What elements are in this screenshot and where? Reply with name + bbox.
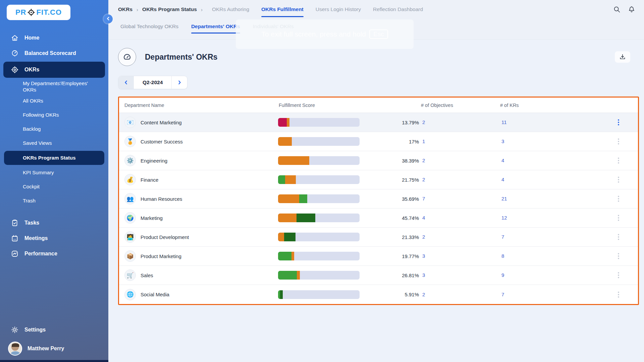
departments-okrs-table: Department Name Fulfillment Score # of O…: [118, 97, 639, 305]
sidebar-item-label: Performance: [24, 251, 57, 257]
table-header-row: Department Name Fulfillment Score # of O…: [119, 98, 638, 113]
table-row[interactable]: 🌍 Marketing 45.74% 4 12: [119, 208, 638, 228]
subtab-global-technology-okrs[interactable]: Global Technology OKRs: [120, 23, 178, 34]
fulfillment-score-value: 35.69%: [361, 196, 420, 202]
objectives-count-link[interactable]: 2: [422, 234, 425, 240]
objectives-count-link[interactable]: 4: [422, 215, 425, 221]
objectives-count-link[interactable]: 1: [422, 138, 425, 144]
subitem-label: OKRs Program Status: [23, 155, 76, 161]
krs-count-link[interactable]: 9: [501, 272, 504, 278]
logo-text-post: FIT.CO: [36, 8, 62, 17]
subitem-label: My Departments'/Employees' OKRs: [23, 80, 90, 93]
objectives-count-link[interactable]: 2: [422, 292, 425, 297]
previous-quarter-button[interactable]: [118, 76, 134, 89]
tab-users-login-history[interactable]: Users Login History: [316, 0, 361, 19]
sidebar-subitem-okrs-program-status[interactable]: OKRs Program Status: [4, 151, 104, 165]
notifications-bell-icon[interactable]: [627, 5, 636, 14]
department-name: Engineering: [141, 158, 167, 164]
search-icon[interactable]: [612, 5, 621, 14]
top-tabs: OKRs Authoring OKRs Fulfillment Users Lo…: [212, 0, 423, 19]
krs-count-link[interactable]: 7: [501, 292, 504, 297]
objectives-count-link[interactable]: 2: [422, 119, 425, 125]
table-row[interactable]: 👥 Human Resources 35.69% 7 21: [119, 189, 638, 208]
breadcrumb-okrs[interactable]: OKRs: [118, 6, 132, 12]
sidebar-collapse-button[interactable]: [104, 14, 113, 23]
departments-gauge-icon: [118, 48, 136, 66]
subtab-departments-okrs[interactable]: Departments' OKRs: [191, 23, 240, 34]
objectives-count-link[interactable]: 2: [422, 158, 425, 163]
sidebar-item-balanced-scorecard[interactable]: Balanced Scorecard: [0, 46, 108, 61]
sidebar-subitem-kpi-summary[interactable]: KPI Summary: [0, 166, 108, 180]
next-quarter-button[interactable]: [172, 76, 187, 89]
sidebar-subitem-all-okrs[interactable]: All OKRs: [0, 94, 108, 108]
sidebar-item-tasks[interactable]: Tasks: [0, 215, 108, 231]
profit-co-logo[interactable]: PR FIT.CO: [7, 5, 70, 20]
page-title-row: Departments' OKRs: [118, 45, 639, 69]
row-kebab-menu-icon[interactable]: [615, 270, 622, 280]
table-row[interactable]: ⚙️ Engineering 38.39% 2 4: [119, 151, 638, 170]
subitem-label: Following OKRs: [23, 112, 59, 118]
krs-count-link[interactable]: 11: [501, 119, 507, 125]
row-kebab-menu-icon[interactable]: [615, 117, 622, 127]
table-row[interactable]: 📧 Content Marketing 13.79% 2 11: [119, 113, 638, 132]
sidebar-item-settings[interactable]: Settings: [0, 322, 108, 338]
department-icon: 🌍: [124, 212, 136, 224]
table-row[interactable]: 🏅 Customer Success 17% 1 3: [119, 132, 638, 151]
fulfillment-progress-bar: [278, 290, 360, 299]
main-area: OKRs › OKRs Program Status › OKRs Author…: [108, 0, 644, 362]
table-row[interactable]: 🌐 Social Media 5.91% 2 7: [119, 285, 638, 304]
fulfillment-score-value: 17%: [361, 139, 420, 144]
krs-count-link[interactable]: 12: [501, 215, 507, 221]
row-kebab-menu-icon[interactable]: [615, 290, 622, 300]
sidebar-item-okrs[interactable]: OKRs: [3, 62, 105, 78]
krs-count-link[interactable]: 3: [501, 138, 504, 144]
sidebar-subitem-following-okrs[interactable]: Following OKRs: [0, 108, 108, 122]
row-kebab-menu-icon[interactable]: [615, 136, 622, 146]
row-kebab-menu-icon[interactable]: [615, 156, 622, 166]
row-kebab-menu-icon[interactable]: [615, 251, 622, 261]
tab-okrs-fulfillment[interactable]: OKRs Fulfillment: [261, 0, 304, 19]
table-row[interactable]: 💰 Finance 21.75% 2 4: [119, 170, 638, 189]
row-kebab-menu-icon[interactable]: [615, 213, 622, 223]
row-kebab-menu-icon[interactable]: [615, 232, 622, 242]
sidebar-item-home[interactable]: Home: [0, 30, 108, 46]
breadcrumb: OKRs › OKRs Program Status ›: [118, 6, 203, 12]
table-row[interactable]: 🧑‍💻 Product Development 21.33% 2 7: [119, 228, 638, 247]
chevron-right-icon: ›: [201, 7, 203, 12]
krs-count-link[interactable]: 7: [501, 234, 504, 240]
table-row[interactable]: 📦 Product Marketing 19.77% 3 8: [119, 247, 638, 266]
tab-okrs-authoring[interactable]: OKRs Authoring: [212, 0, 249, 19]
krs-count-link[interactable]: 4: [501, 177, 504, 182]
column-header-krs: # of KRs: [499, 103, 599, 108]
objectives-count-link[interactable]: 2: [422, 177, 425, 182]
sidebar-subitem-saved-views[interactable]: Saved Views: [0, 136, 108, 150]
department-icon: 🌐: [124, 289, 136, 300]
subitem-label: Saved Views: [23, 140, 52, 146]
fulfillment-progress-bar: [278, 214, 360, 222]
column-header-objectives: # of Objectives: [420, 103, 499, 108]
fulfillment-progress-bar: [278, 194, 360, 203]
table-row[interactable]: 🛒 Sales 26.81% 3 9: [119, 266, 638, 285]
user-profile[interactable]: Matthew Perry: [0, 338, 108, 359]
department-icon: 📧: [124, 117, 136, 128]
krs-count-link[interactable]: 4: [501, 158, 504, 163]
sidebar-subitem-cockpit[interactable]: Cockpit: [0, 180, 108, 194]
objectives-count-link[interactable]: 3: [422, 272, 425, 278]
row-kebab-menu-icon[interactable]: [615, 175, 622, 185]
subtab-individuals-okrs[interactable]: Individuals' OKRs: [253, 23, 294, 34]
fulfillment-progress-bar: [278, 118, 360, 127]
sidebar-item-performance[interactable]: Performance: [0, 246, 108, 261]
download-button[interactable]: [615, 51, 630, 63]
sidebar-subitem-trash[interactable]: Trash: [0, 194, 108, 208]
sidebar-subitem-backlog[interactable]: Backlog: [0, 122, 108, 136]
objectives-count-link[interactable]: 7: [422, 196, 425, 201]
krs-count-link[interactable]: 21: [501, 196, 507, 201]
objectives-count-link[interactable]: 3: [422, 253, 425, 259]
sidebar-subitem-my-departments-okrs[interactable]: My Departments'/Employees' OKRs: [0, 80, 101, 94]
krs-count-link[interactable]: 8: [501, 253, 504, 259]
row-kebab-menu-icon[interactable]: [615, 194, 622, 204]
tab-reflection-dashboard[interactable]: Reflection Dashboard: [373, 0, 423, 19]
app-window: PR FIT.CO Home: [0, 0, 644, 362]
breadcrumb-okrs-program-status[interactable]: OKRs Program Status: [142, 6, 197, 12]
sidebar-item-meetings[interactable]: Meetings: [0, 231, 108, 246]
